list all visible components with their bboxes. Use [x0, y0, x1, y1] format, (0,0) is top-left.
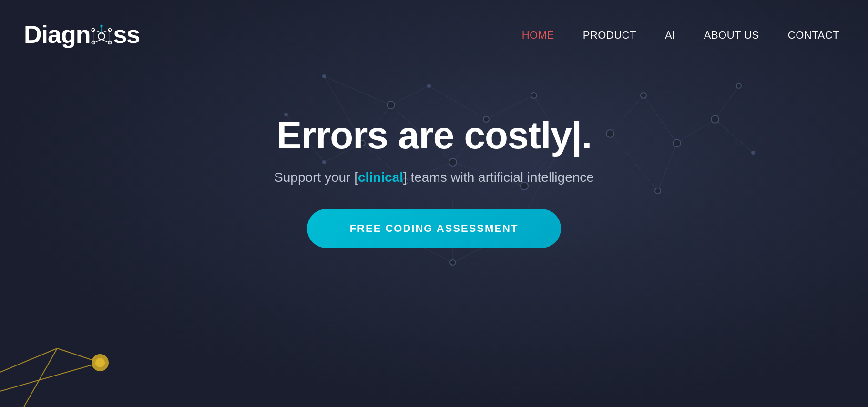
svg-point-29: [387, 101, 395, 109]
subtitle-after: ] teams with artificial intelligence: [403, 170, 594, 185]
nav-item-home[interactable]: HOME: [522, 29, 554, 42]
svg-point-58: [99, 33, 105, 40]
hero-title: Errors are costly|.: [276, 115, 592, 157]
nav-item-ai[interactable]: AI: [665, 29, 675, 42]
svg-line-2: [391, 86, 429, 105]
svg-line-14: [286, 76, 324, 115]
logo-text: Diagn ss: [24, 22, 140, 49]
nav-item-contact[interactable]: CONTACT: [788, 29, 839, 42]
logo[interactable]: Diagn ss: [24, 22, 140, 49]
nav-item-product[interactable]: PRODUCT: [583, 29, 636, 42]
subtitle-highlight: clinical: [358, 170, 403, 185]
cta-button[interactable]: FREE CODING ASSESSMENT: [307, 209, 562, 248]
hero-section: Errors are costly|. Support your [clinic…: [0, 115, 868, 248]
svg-line-53: [57, 348, 100, 363]
header: Diagn ss HOME PRODUCT AI ABOUT US: [0, 0, 868, 57]
hero-subtitle: Support your [clinical] teams with artif…: [274, 170, 594, 185]
svg-point-45: [322, 74, 326, 78]
nav-item-about[interactable]: ABOUT US: [704, 29, 759, 42]
svg-point-33: [531, 93, 537, 98]
subtitle-before: Support your [: [274, 170, 358, 185]
navigation: HOME PRODUCT AI ABOUT US CONTACT: [522, 29, 839, 42]
svg-point-63: [101, 25, 103, 27]
svg-point-56: [92, 354, 109, 371]
svg-point-57: [95, 358, 105, 367]
svg-line-54: [0, 363, 100, 391]
svg-line-1: [324, 76, 391, 105]
svg-line-52: [0, 348, 57, 372]
svg-point-42: [736, 83, 741, 88]
svg-point-37: [641, 93, 646, 98]
svg-point-47: [427, 84, 431, 88]
svg-line-55: [24, 348, 57, 407]
svg-point-43: [450, 260, 456, 265]
